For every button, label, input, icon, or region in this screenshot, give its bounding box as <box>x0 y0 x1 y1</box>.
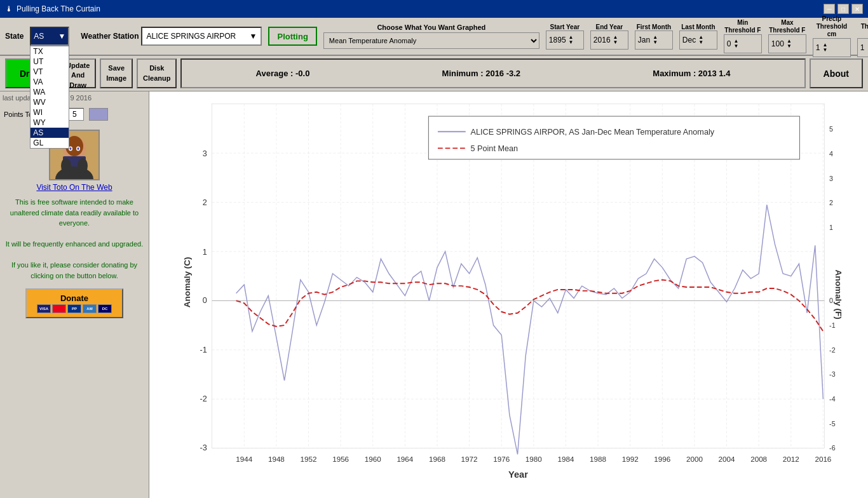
svg-text:1972: 1972 <box>461 455 478 463</box>
svg-text:1968: 1968 <box>429 455 445 463</box>
svg-text:1956: 1956 <box>332 455 349 463</box>
svg-text:1952: 1952 <box>301 455 317 463</box>
svg-text:0: 0 <box>829 297 833 304</box>
state-option-va[interactable]: VA <box>31 77 69 87</box>
state-dropdown-list[interactable]: TX UT VT VA WA WV WI WY AS GL <box>30 46 69 149</box>
svg-text:3: 3 <box>203 149 207 158</box>
svg-text:ALICE SPRINGS AIRPOR, AS  Jan-: ALICE SPRINGS AIRPOR, AS Jan-Dec Mean Te… <box>471 128 715 137</box>
svg-text:1996: 1996 <box>654 455 670 463</box>
graph-select[interactable]: Mean Temperature Anomaly Max Temperature… <box>323 32 539 49</box>
plotting-box: Plotting <box>268 27 316 46</box>
svg-text:4: 4 <box>829 150 833 158</box>
svg-text:1964: 1964 <box>397 455 413 463</box>
svg-point-7 <box>78 147 79 150</box>
svg-text:-4: -4 <box>829 395 836 403</box>
state-option-wi[interactable]: WI <box>31 107 69 118</box>
app-title: Pulling Back The Curtain <box>17 4 100 13</box>
state-selected[interactable]: AS ▼ <box>31 28 68 44</box>
maximize-button[interactable]: □ <box>837 4 849 14</box>
svg-text:-3: -3 <box>829 370 836 378</box>
svg-text:-3: -3 <box>200 444 207 453</box>
temperature-chart: 3 2 1 0 -1 -2 -3 Anomaly (C) 5 4 3 2 1 0… <box>181 98 855 479</box>
title-bar: 🌡 Pulling Back The Curtain ─ □ ✕ <box>0 0 868 18</box>
chart-area: 3 2 1 0 -1 -2 -3 Anomaly (C) 5 4 3 2 1 0… <box>149 91 868 498</box>
station-row: last updated Tue Feb 9 2016 <box>3 94 146 102</box>
station-dropdown-arrow: ▼ <box>250 32 257 41</box>
state-option-tx[interactable]: TX <box>31 46 69 57</box>
state-option-wy[interactable]: WY <box>31 118 69 128</box>
minimize-button[interactable]: ─ <box>824 4 835 14</box>
svg-text:5: 5 <box>829 125 833 133</box>
svg-text:-6: -6 <box>829 445 836 452</box>
precip-threshold-spinner[interactable]: 1 ▲▼ <box>813 38 851 57</box>
state-option-wv[interactable]: WV <box>31 97 69 107</box>
state-dropdown-container[interactable]: AS ▼ <box>30 27 69 46</box>
svg-text:2: 2 <box>203 198 207 207</box>
save-image-button[interactable]: Save Image <box>100 58 133 88</box>
disk-cleanup-button[interactable]: Disk Cleanup <box>137 58 177 88</box>
svg-text:-5: -5 <box>829 420 836 427</box>
state-option-wa[interactable]: WA <box>31 87 69 97</box>
sidebar: last updated Tue Feb 9 2016 Points To Av… <box>0 91 149 498</box>
svg-text:1944: 1944 <box>236 455 252 463</box>
state-option-vt[interactable]: VT <box>31 67 69 77</box>
toto-section: Visit Toto On The Web This is free softw… <box>3 130 146 318</box>
minimum-stat: Minimum : 2016 -3.2 <box>442 69 521 78</box>
state-option-ut[interactable]: UT <box>31 57 69 67</box>
state-option-as[interactable]: AS <box>31 128 69 138</box>
svg-text:1: 1 <box>203 248 207 257</box>
average-stat: Average : -0.0 <box>256 69 310 78</box>
stats-bar: Average : -0.0 Minimum : 2016 -3.2 Maxim… <box>180 58 805 88</box>
svg-text:2008: 2008 <box>750 455 767 463</box>
app-icon: 🌡 <box>5 4 13 13</box>
svg-point-6 <box>70 147 72 150</box>
station-name: ALICE SPRINGS AIRPOR <box>146 32 236 41</box>
svg-text:Anomaly (F): Anomaly (F) <box>834 270 843 320</box>
amex-icon: AM <box>83 304 97 313</box>
start-year-spinner[interactable]: 1895 ▲▼ <box>546 30 584 50</box>
svg-text:Year: Year <box>508 469 528 479</box>
svg-text:2: 2 <box>829 199 833 206</box>
state-option-gl[interactable]: GL <box>31 138 69 148</box>
snow-threshold-spinner[interactable]: 1 ▲▼ <box>857 38 868 57</box>
svg-text:1988: 1988 <box>590 455 606 463</box>
state-label: State <box>5 32 24 41</box>
dc-icon: DC <box>98 304 112 313</box>
svg-text:1976: 1976 <box>493 455 510 463</box>
choose-label: Choose What You Want Graphed <box>377 24 485 31</box>
toolbar: State AS ▼ TX UT VT VA WA WV WI WY AS GL… <box>0 18 868 56</box>
pts-avg-row: Points To Average 5 <box>3 107 146 122</box>
close-button[interactable]: ✕ <box>851 4 863 14</box>
end-year-spinner[interactable]: 2016 ▲▼ <box>590 30 628 50</box>
snow-threshold-label: Snow Threshold cm <box>857 15 868 38</box>
min-threshold-label: Min Threshold F <box>724 19 762 34</box>
min-threshold-spinner[interactable]: 0 ▲▼ <box>724 34 762 53</box>
maximum-stat: Maximum : 2013 1.4 <box>653 69 730 78</box>
svg-text:1992: 1992 <box>622 455 639 463</box>
last-month-spinner[interactable]: Dec ▲▼ <box>679 30 717 50</box>
svg-text:1980: 1980 <box>526 455 542 463</box>
first-month-spinner[interactable]: Jan ▲▼ <box>635 30 673 50</box>
svg-point-10 <box>78 158 88 173</box>
max-threshold-spinner[interactable]: 100 ▲▼ <box>768 34 806 53</box>
donate-button[interactable]: Donate VISA PP AM DC <box>25 288 123 318</box>
title-bar-controls[interactable]: ─ □ ✕ <box>824 4 863 14</box>
svg-text:1960: 1960 <box>365 455 381 463</box>
last-month-label: Last Month <box>681 24 715 30</box>
svg-text:2000: 2000 <box>686 455 703 463</box>
svg-text:-2: -2 <box>829 346 836 354</box>
svg-text:Anomaly (C): Anomaly (C) <box>182 257 192 307</box>
about-button[interactable]: About <box>810 58 863 88</box>
precip-threshold-label: Precip Threshold cm <box>813 15 851 38</box>
svg-text:-1: -1 <box>200 346 207 354</box>
svg-text:-1: -1 <box>829 321 836 329</box>
main-area: last updated Tue Feb 9 2016 Points To Av… <box>0 91 868 498</box>
svg-text:2004: 2004 <box>719 455 735 463</box>
color-indicator <box>89 108 108 121</box>
weather-station-label: Weather Station <box>81 32 139 41</box>
first-month-label: First Month <box>637 24 671 30</box>
svg-point-9 <box>61 158 71 173</box>
toto-link[interactable]: Visit Toto On The Web <box>36 183 112 192</box>
second-row: Draw Update And Draw Save Image Disk Cle… <box>0 56 868 91</box>
weather-station-dropdown[interactable]: ALICE SPRINGS AIRPOR ▼ <box>141 27 262 46</box>
